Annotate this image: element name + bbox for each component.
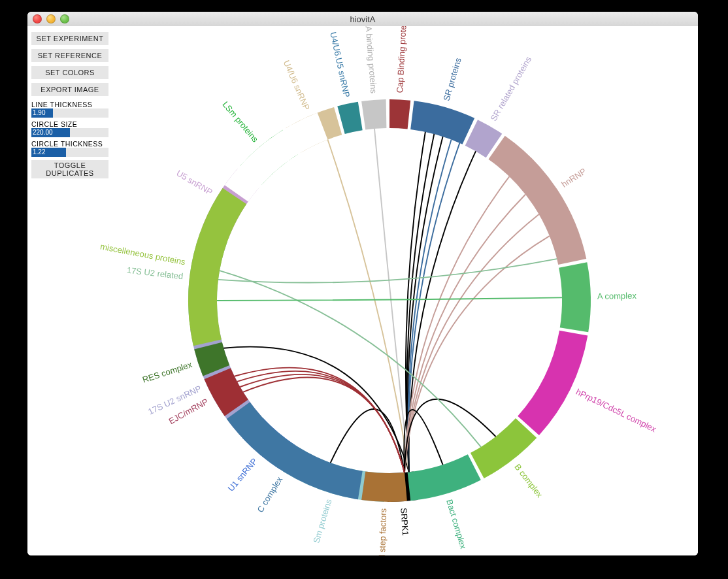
segment-label: hPrp19/Cdc5L complex [574, 387, 658, 435]
titlebar: hiovitA [27, 12, 698, 27]
segment-u4-u6-u5-snrnp[interactable] [337, 102, 362, 134]
segment-c-complex[interactable] [227, 402, 363, 499]
segment-label: Second step factors [376, 508, 388, 555]
segment-label: Sm proteins [311, 498, 333, 544]
segment-rna-binding-proteins[interactable] [361, 99, 386, 130]
segment-label: SR proteins [441, 56, 463, 102]
segment-hnrnp[interactable] [488, 136, 586, 265]
segment-label: B complex [512, 462, 544, 500]
segment-label: Cap Binding proteins [395, 26, 408, 93]
minimize-icon[interactable] [46, 14, 56, 24]
segment-label: C complex [255, 474, 284, 514]
segment-a-complex[interactable] [559, 262, 591, 332]
segment-label: RES complex [141, 359, 193, 385]
segment-label: RNA binding proteins [363, 26, 379, 94]
segment-label: U1 snRNP [226, 456, 259, 493]
segment-label: A complex [597, 291, 637, 301]
segment-second-step-factors[interactable] [361, 471, 407, 502]
segment-label: U5 snRNP [174, 168, 214, 197]
segment-label: SRPK1 [399, 508, 410, 537]
close-icon[interactable] [33, 14, 42, 24]
segment-label: miscelleneous proteins [99, 242, 186, 267]
traffic-lights [27, 14, 69, 24]
chord [217, 297, 562, 301]
segment-hprp19-cdc5l-complex[interactable] [518, 331, 587, 435]
zoom-icon[interactable] [60, 14, 69, 24]
segment-label: U4/U6 snRNP [282, 59, 312, 112]
chord [374, 129, 409, 472]
chord [327, 140, 408, 472]
segment-bact-complex[interactable] [408, 454, 481, 501]
segment-label: U4/U6.U5 snRNP [328, 31, 352, 99]
chord [408, 143, 459, 472]
window-title: hiovitA [27, 14, 698, 24]
segment-cap-binding-proteins[interactable] [389, 99, 410, 129]
app-window: hiovitA SET EXPERIMENT SET REFERENCE SET… [27, 12, 698, 555]
content-area: SET EXPERIMENT SET REFERENCE SET COLORS … [27, 26, 698, 555]
segment-label: 17S U2 related [126, 265, 184, 282]
chord-diagram[interactable]: SRPK1Sm proteinsU1 snRNP17S U2 snRNP17S … [27, 26, 698, 555]
segment-label: SR related proteins [489, 55, 534, 123]
segment-label: hnRNP [559, 166, 587, 190]
segment-label: LSm proteins [220, 99, 260, 144]
segment-miscelleneous-proteins[interactable] [188, 188, 246, 346]
segment-label: Bact complex [444, 498, 469, 550]
